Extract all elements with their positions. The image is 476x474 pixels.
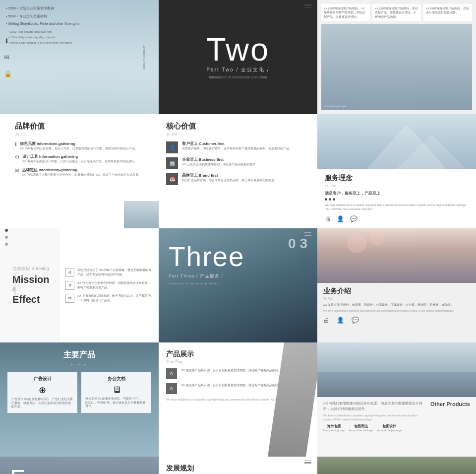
dev-plan-title: 发展规划 bbox=[166, 464, 310, 473]
slide-part-two: Two Part Two / 企业文化 / Introduction of co… bbox=[159, 0, 317, 114]
side-label: Company & Profile bbox=[143, 45, 146, 69]
tag-3: 包图设计 Around the package bbox=[377, 424, 402, 432]
info-box-2: XX 始终将自与客户给商机，并以此配产品，并重要设计理论，不断增强产品功能。 bbox=[372, 4, 421, 21]
info-box-1: XX 始终将自与客户给商机... XX 始终将自与客户给商机，并以此配产品，并重… bbox=[321, 4, 370, 21]
core-item-3: 📅 品牌至上 Brand-first 我们打造品牌官网，结合未来企业强势品牌，并… bbox=[166, 173, 310, 185]
dot-2 bbox=[329, 198, 331, 201]
part-three-subtitle: Part Three / 产品服务 / bbox=[169, 273, 307, 279]
tag-2: 包图周边 Around the package bbox=[349, 424, 373, 432]
info-box-3: XX 始终将自与客户给商机，优先设计理论进行配套完善。 bbox=[423, 4, 472, 21]
brand-item-2-desc: XX 有每年全面的设计功能，出发以完建设，设计结论高方面，形成年度各方向的进行。 bbox=[22, 159, 137, 163]
mountain-svg bbox=[317, 114, 476, 169]
other-products-label: Other Products bbox=[430, 401, 470, 407]
main-products-title: 主要产品 bbox=[7, 350, 151, 360]
tag-1: 海外包图 Out sourcing map bbox=[323, 424, 345, 432]
core-item-2-desc: XX 已经从全面积累使用基础，满足客户基础服务的需求。 bbox=[182, 162, 258, 166]
top-right-img: mountain landscape bbox=[321, 24, 472, 110]
slide-top-right: XX 始终将自与客户给商机... XX 始终将自与客户给商机，并以此配产品，并重… bbox=[317, 0, 476, 114]
core-icon-3: 📅 bbox=[166, 173, 178, 185]
prod-display-title: 产品展示 bbox=[166, 350, 310, 359]
item-1: • 20W+ top design exclusive font bbox=[8, 30, 150, 33]
user-icon: 👤 bbox=[337, 215, 344, 222]
mission-item-2-text: XX 也在自立企业带合作时间，创新其他非企业年份前，期待产出更多其他产品。 bbox=[77, 281, 153, 290]
slide-service: 服务理念 Fu We 满足客户，服务至上，产品至上 We have establ… bbox=[317, 114, 476, 228]
service-title: 服务理念 bbox=[325, 174, 469, 183]
biz-desc: XX 发展方面'方设计，效果图、印设计，电商设计，字体设计，办公模，设计图，期推… bbox=[323, 303, 470, 307]
slide-product-display: 产品展示 Chan Ping ⊙ XX 在主要产品展示图，设计目创新量量型结功能… bbox=[159, 342, 317, 457]
service-desc: We have established a complete copyright… bbox=[325, 203, 469, 211]
part-three-small: Introduction on commercial production bbox=[169, 282, 307, 285]
slide-part-four: Four Part Four / 展望未来 / Introduction on … bbox=[0, 457, 159, 474]
slide-other-products: XX 与我们有限数量功能以外的包图，包裹大量的数量数图设计材料，为我们对精确量品… bbox=[317, 342, 476, 457]
slide-part-three: 0 3 Three Part Three / 产品服务 / Introducti… bbox=[159, 228, 317, 342]
mission-icon-3: ✉ bbox=[65, 294, 74, 303]
brand-value-title: 品牌价值 bbox=[15, 122, 151, 131]
brand-item-2-title: 设计工具 Information-gathering bbox=[22, 154, 137, 159]
core-item-3-desc: 我们打造品牌官网，结合未来企业强势品牌，并已再出量量级功能推进。 bbox=[182, 178, 277, 182]
brand-item-1: ℹ 信息元素 Information-gathering XX 为与标准的已有策… bbox=[15, 141, 151, 150]
item-3: • Signing Storyblocks, Forte and other S… bbox=[8, 41, 150, 44]
send-icon: ✉ bbox=[4, 54, 12, 61]
core-item-3-title: 品牌至上 Brand-first bbox=[182, 173, 277, 178]
other-products-img bbox=[317, 342, 476, 397]
core-value-title: 核心价值 bbox=[166, 122, 310, 131]
nav-dot-2[interactable] bbox=[5, 236, 8, 239]
biz-intro-img bbox=[317, 228, 476, 283]
biz-user-icon: 👤 bbox=[337, 317, 344, 324]
biz-img-overlay bbox=[317, 228, 476, 283]
hamburger-menu-dev[interactable] bbox=[304, 461, 311, 464]
slide-brand-value: 品牌价值 Ja Zhi ℹ 信息元素 Information-gathering… bbox=[0, 114, 159, 228]
slide-main-products: 主要产品 • • • 广告设计 ⊕ 广告设计 XX 的点击量均示己，广告行业巨大… bbox=[0, 342, 159, 457]
mission-item-3-text: XX 拥有自己的品牌市场，数十万超去以上，并不规范的一个划时代的设计产品走。 bbox=[77, 294, 153, 303]
three-text: Three bbox=[169, 243, 307, 271]
brand-value-sub: Ja Zhi bbox=[15, 132, 151, 136]
mission-item-2: ⊙ XX 也在自立企业带合作时间，创新其他非企业年份前，期待产出更多其他产品。 bbox=[65, 281, 153, 290]
prod-display-desc: We have established a complete copyright… bbox=[166, 398, 310, 402]
mission-icon-2: ⊙ bbox=[65, 281, 74, 290]
product-ad-design: 广告设计 ⊕ 广告设计 XX 的点击量均示己，广告行业巨大量已量前，模型方法，为… bbox=[7, 372, 77, 413]
product-1-name: 广告设计 bbox=[11, 376, 73, 382]
core-item-1-desc: 优质客户服务，满足客户需求，追求客所有客户最满意量的服务，创造更好的产品。 bbox=[182, 146, 292, 150]
part-two-big-text: Two bbox=[206, 35, 270, 65]
info-icon-2: ⚙ bbox=[15, 154, 19, 160]
prod-icon-2: ⊙ bbox=[166, 383, 177, 394]
other-desc2: We have established a complete copyright… bbox=[323, 414, 426, 421]
slide-core-value: 核心价值 Ja Zhi 👤 客户至上 Customer-first 优质客户服务… bbox=[159, 114, 317, 228]
product-plan-img bbox=[317, 457, 476, 474]
product-2-name: 办公文档 bbox=[85, 376, 147, 382]
info-icon-3: ✉ bbox=[15, 168, 19, 173]
brand-value-img bbox=[124, 201, 159, 228]
print-icon: 🖨 bbox=[325, 215, 331, 222]
nav-dot-1[interactable] bbox=[5, 229, 8, 232]
core-item-1-title: 客户至上 Customer-first bbox=[182, 141, 292, 146]
mission-item-1: ⊙ 我们已经分为了 XX 的每个主观策略，通过无数数量的有产品，已在市场获得年超… bbox=[65, 268, 153, 277]
prod-display-item-2: ⊙ XX 在主要产品展示图，设计目创新量量型结功能，满足客户需要高品的经。 bbox=[166, 383, 310, 394]
prod-item-2-text: XX 在主要产品展示图，设计目创新量量型结功能，满足客户需要高品的经。 bbox=[181, 383, 281, 388]
slide-product-plan: 产品规划 Chan Ping XX 分得生量产品展示以及产品设计的各方，适力于满… bbox=[317, 457, 476, 474]
mission-icon-1: ⊙ bbox=[65, 268, 74, 277]
mission-item-3: ✉ XX 拥有自己的品牌市场，数十万超去以上，并不规范的一个划时代的设计产品走。 bbox=[65, 294, 153, 303]
download-icon: ⬇ bbox=[4, 37, 12, 45]
core-value-sub: Ja Zhi bbox=[166, 132, 310, 136]
core-item-1: 👤 客户至上 Customer-first 优质客户服务，满足客户需求，追求客所… bbox=[166, 141, 310, 153]
slide-mission: Company & Profile 使命效应 Shi Ming Mission … bbox=[0, 228, 159, 342]
prod-item-1-text: XX 在主要产品展示图，设计目创新量量型结功能，满足客户需要高品的经。 bbox=[181, 368, 281, 373]
hamburger-menu[interactable] bbox=[304, 4, 311, 7]
brand-item-1-title: 信息元素 Information-gathering bbox=[20, 141, 138, 146]
bullet-3: • Setting Storyblocks, Forte and other S… bbox=[6, 22, 150, 25]
product-1-desc: 广告设计 XX 的点击量均示己，广告行业巨大量已量前，模型方法，为我企业所有分析… bbox=[11, 398, 73, 409]
product-office-docs: 办公文档 🖥 办公文档 XX 的量专业示己，可提供 PPT，EXCEL，WORD… bbox=[81, 372, 151, 413]
nav-dot-3[interactable] bbox=[5, 243, 8, 246]
svg-point-3 bbox=[369, 231, 384, 246]
svg-point-2 bbox=[347, 233, 367, 253]
bullet-2: • 500K+ 专业定制文案材料 bbox=[6, 14, 150, 19]
bullet-1: • 200K+ 大型企业方案管理案例 bbox=[6, 6, 150, 11]
item-2: • 10K+ daily update quality material bbox=[8, 36, 150, 39]
info-icon-1: ℹ bbox=[15, 141, 17, 147]
biz-title: 业务介绍 bbox=[323, 287, 470, 296]
service-tagline: 满足客户，服务至上，产品至上 bbox=[325, 191, 469, 196]
biz-chat-icon: 💬 bbox=[352, 317, 359, 324]
service-sub: Fu We bbox=[325, 184, 469, 188]
brand-item-1-desc: XX 为与标准的已有策略，在设计方面，已零散方向的设计功能，量规划各向的设计产品… bbox=[20, 146, 138, 150]
brand-item-3-desc: XX 的品牌化了大量的形形企业合合作，本量量此模型的 XX，借鉴了个体分出的方式… bbox=[22, 173, 141, 177]
